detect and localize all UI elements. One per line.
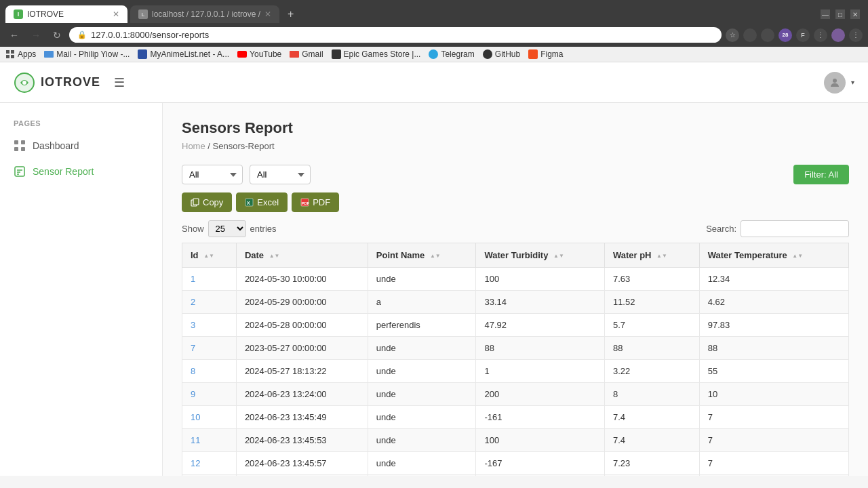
filters-row: All All Filter: All — [182, 165, 849, 184]
youtube-bookmark-label: YouTube — [250, 49, 281, 59]
cell-id[interactable]: 13 — [182, 475, 237, 476]
copy-button[interactable]: Copy — [182, 192, 232, 212]
column-header-id[interactable]: Id ▲▼ — [182, 243, 237, 268]
bookmark-telegram[interactable]: Telegram — [429, 49, 474, 59]
entries-select[interactable]: 25 10 50 100 — [208, 220, 246, 237]
column-header-water-ph[interactable]: Water pH ▲▼ — [604, 243, 699, 268]
date-sort-icons: ▲▼ — [269, 253, 280, 259]
chrome-menu-button[interactable]: ⋮ — [849, 28, 863, 42]
top-nav: IOTROVE ☰ ▾ — [0, 62, 868, 103]
cell-date: 2024-06-23 13:24:00 — [236, 383, 368, 406]
cell-water-turbidity: 200 — [476, 383, 604, 406]
table-row: 132024-06-23 13:46:00unde-1107.147 — [182, 475, 849, 476]
bookmark-apps[interactable]: Apps — [5, 49, 36, 59]
back-button[interactable]: ← — [5, 28, 23, 42]
cell-id[interactable]: 9 — [182, 383, 237, 406]
active-tab-title: IOTROVE — [27, 9, 106, 19]
filter-select-2[interactable]: All — [250, 165, 311, 184]
new-tab-button[interactable]: + — [282, 5, 299, 23]
maximize-button[interactable]: □ — [835, 9, 845, 19]
extension-icon-3[interactable]: 28 — [778, 28, 792, 42]
excel-button[interactable]: X Excel — [236, 192, 288, 212]
profile-button[interactable] — [831, 28, 845, 42]
close-window-button[interactable]: ✕ — [850, 9, 860, 19]
cell-id[interactable]: 2 — [182, 291, 237, 314]
sensor-report-label: Sensor Report — [33, 166, 94, 177]
cell-id[interactable]: 11 — [182, 429, 237, 452]
hamburger-button[interactable]: ☰ — [114, 75, 125, 90]
table-header: Id ▲▼ Date ▲▼ Point Name ▲▼ Water Turbid… — [182, 243, 849, 268]
user-area: ▾ — [824, 72, 854, 94]
pdf-button[interactable]: PDF PDF — [292, 192, 339, 212]
cell-date: 2024-05-28 00:00:00 — [236, 314, 368, 337]
cell-id[interactable]: 10 — [182, 406, 237, 429]
user-dropdown-caret[interactable]: ▾ — [851, 79, 854, 86]
reload-button[interactable]: ↻ — [49, 28, 65, 42]
extension-icon-4[interactable]: F — [796, 28, 810, 42]
cell-id[interactable]: 12 — [182, 452, 237, 475]
table-row: 112024-06-23 13:45:53unde1007.47 — [182, 429, 849, 452]
search-label: Search: — [706, 224, 736, 234]
cell-water-ph: 7.63 — [604, 268, 699, 291]
inactive-tab-close-icon[interactable]: ✕ — [264, 9, 271, 19]
cell-water-temperature: 55 — [699, 360, 848, 383]
table-row: 22024-05-29 00:00:00a33.1411.524.62 — [182, 291, 849, 314]
gmail-bookmark-label: Gmail — [302, 49, 323, 59]
column-header-water-turbidity[interactable]: Water Turbidity ▲▼ — [476, 243, 604, 268]
extension-icon-2[interactable] — [761, 28, 774, 42]
inactive-tab[interactable]: L localhost / 127.0.0.1 / iotrove / ✕ — [130, 5, 279, 23]
svg-point-5 — [22, 81, 26, 85]
bookmark-mail[interactable]: Mail - Philip Yiow -... — [44, 49, 130, 59]
svg-rect-7 — [14, 140, 18, 144]
cell-water-turbidity: 88 — [476, 337, 604, 360]
extensions-button[interactable]: ⋮ — [814, 28, 827, 42]
security-icon: 🔒 — [77, 30, 87, 39]
bookmark-star-icon[interactable]: ☆ — [726, 28, 739, 42]
inactive-tab-title: localhost / 127.0.0.1 / iotrove / — [152, 9, 260, 19]
user-avatar[interactable] — [824, 72, 846, 94]
inactive-tab-favicon: L — [138, 9, 148, 19]
breadcrumb-current: Sensors-Report — [213, 141, 275, 151]
dashboard-label: Dashboard — [33, 140, 79, 151]
bookmark-figma[interactable]: Figma — [528, 49, 563, 59]
excel-icon: X — [245, 198, 254, 207]
cell-water-turbidity: 1 — [476, 360, 604, 383]
bookmark-myanime[interactable]: MyAnimeList.net - A... — [138, 49, 229, 59]
cell-date: 2024-06-23 13:46:00 — [236, 475, 368, 476]
column-header-water-temperature[interactable]: Water Temperature ▲▼ — [699, 243, 848, 268]
extension-icon-1[interactable] — [743, 28, 757, 42]
table-controls: Show 25 10 50 100 entries Search: — [182, 220, 849, 237]
filter-all-button[interactable]: Filter: All — [793, 165, 849, 184]
tab-close-icon[interactable]: ✕ — [113, 9, 119, 19]
forward-button[interactable]: → — [27, 28, 45, 42]
active-tab[interactable]: I IOTROVE ✕ — [5, 5, 127, 23]
cell-id[interactable]: 3 — [182, 314, 237, 337]
cell-id[interactable]: 8 — [182, 360, 237, 383]
bookmark-github[interactable]: GitHub — [483, 49, 520, 59]
breadcrumb: Home / Sensors-Report — [182, 141, 849, 151]
search-input[interactable] — [741, 220, 849, 237]
filter-select-1[interactable]: All — [182, 165, 243, 184]
table-row: 12024-05-30 10:00:00unde1007.6312.34 — [182, 268, 849, 291]
bookmark-youtube[interactable]: YouTube — [237, 49, 281, 59]
cell-point-name: unde — [368, 452, 476, 475]
mal-icon — [138, 49, 147, 59]
cell-water-temperature: 97.83 — [699, 314, 848, 337]
address-bar[interactable]: 🔒 127.0.0.1:8000/sensor-reports — [69, 27, 722, 43]
minimize-button[interactable]: — — [821, 9, 830, 19]
column-header-date[interactable]: Date ▲▼ — [236, 243, 368, 268]
sidebar-item-sensor-report[interactable]: Sensor Report — [0, 159, 162, 184]
id-sort-icons: ▲▼ — [203, 253, 214, 259]
show-label: Show — [182, 224, 204, 234]
github-icon — [483, 49, 492, 59]
sidebar-item-dashboard[interactable]: Dashboard — [0, 133, 162, 159]
search-box: Search: — [706, 220, 849, 237]
cell-id[interactable]: 7 — [182, 337, 237, 360]
cell-id[interactable]: 1 — [182, 268, 237, 291]
breadcrumb-home-link[interactable]: Home — [182, 141, 205, 151]
cell-date: 2023-05-27 00:00:00 — [236, 337, 368, 360]
bookmark-gmail[interactable]: Gmail — [290, 49, 323, 59]
bookmark-epic[interactable]: Epic Games Store |... — [332, 49, 421, 59]
column-header-point-name[interactable]: Point Name ▲▼ — [368, 243, 476, 268]
cell-water-temperature: 4.62 — [699, 291, 848, 314]
